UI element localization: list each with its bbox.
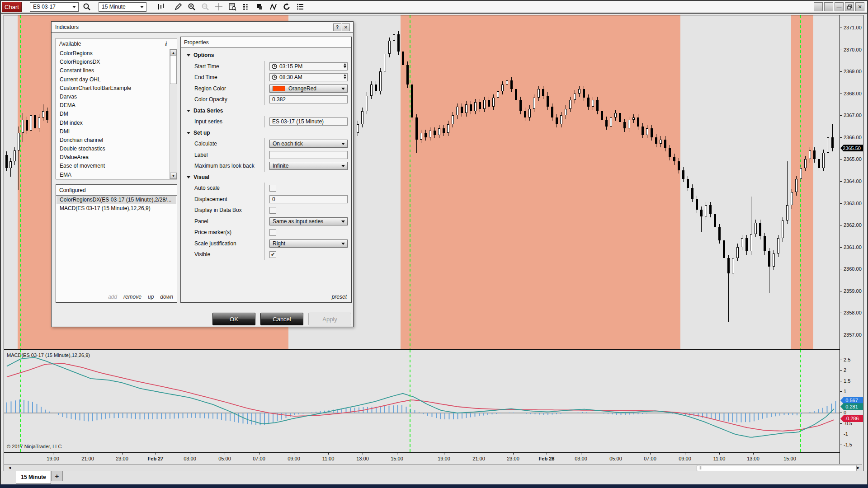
macd-panel[interactable]: MACD(ES 03-17 (15 Minute),12,26,9) © 201…	[4, 349, 840, 453]
visible-checkbox[interactable]: ✔	[269, 251, 276, 258]
preset-link[interactable]: preset	[332, 294, 347, 300]
toolbar-extra-button[interactable]	[814, 2, 823, 11]
layers-icon[interactable]	[254, 2, 265, 12]
display-in-data-box-checkbox[interactable]	[269, 207, 276, 214]
dialog-title[interactable]: Indicators	[52, 22, 353, 33]
section-collapse-icon[interactable]	[187, 110, 190, 112]
macd-histogram-bar	[238, 413, 239, 423]
dropdown-value: Right	[273, 240, 285, 247]
macd-histogram-bar	[97, 413, 98, 420]
time-axis[interactable]: 19:0021:0023:00Feb 2703:0005:0007:0009:0…	[4, 452, 840, 465]
crosshair-icon[interactable]	[213, 2, 224, 12]
available-list-item[interactable]: DM	[57, 110, 170, 118]
region-color-dropdown[interactable]: OrangeRed	[269, 84, 348, 93]
panel-dropdown[interactable]: Same as input series	[269, 217, 348, 225]
available-list[interactable]: ColorRegionsColorRegionsDXConstant lines…	[57, 49, 170, 178]
time-tick	[397, 453, 397, 455]
instrument-select[interactable]: ES 03-17	[30, 2, 79, 12]
zigzag-icon[interactable]	[268, 2, 278, 12]
scroll-up-icon[interactable]: ▲	[170, 49, 177, 56]
time-tick-label: Feb 28	[539, 456, 555, 461]
available-list-item[interactable]: Constant lines	[57, 66, 170, 75]
help-icon[interactable]: ?	[333, 23, 341, 31]
toolbar-extra-button[interactable]	[824, 2, 833, 11]
configured-header: Configured	[56, 185, 177, 196]
available-list-item[interactable]: DMI	[57, 127, 170, 136]
info-icon[interactable]: i	[165, 40, 167, 47]
displacement-input[interactable]: 0	[269, 195, 348, 203]
chart-window-button[interactable]: Chart	[2, 2, 22, 12]
reload-icon[interactable]	[281, 2, 292, 12]
available-list-item[interactable]: Darvas	[57, 93, 170, 101]
available-list-item[interactable]: Double stochastics	[57, 145, 170, 153]
available-list-item[interactable]: DM index	[57, 119, 170, 127]
tab-bar: 15 Minute +	[1, 471, 867, 484]
calculate-dropdown[interactable]: On each tick	[269, 140, 348, 148]
start-time-input[interactable]: 03:15 PM	[269, 62, 348, 70]
grid-icon[interactable]	[241, 2, 251, 12]
maximum-bars-look-back-dropdown[interactable]: Infinite	[269, 162, 348, 170]
close-icon[interactable]: ✕	[342, 23, 350, 31]
auto-scale-checkbox[interactable]	[269, 185, 276, 192]
time-spinner[interactable]	[344, 74, 346, 79]
cancel-button[interactable]: Cancel	[260, 313, 303, 325]
scroll-right-icon[interactable]: ►	[856, 465, 860, 470]
scrollbar-thumb[interactable]	[697, 465, 857, 471]
down-link[interactable]: down	[160, 294, 173, 300]
configured-list-item[interactable]: MACD(ES 03-17 (15 Minute),12,26,9)	[57, 204, 176, 213]
macd-histogram-bar	[75, 413, 76, 420]
add-tab-button[interactable]: +	[51, 471, 63, 481]
minimize-icon[interactable]: —	[835, 2, 844, 11]
ok-button[interactable]: OK	[212, 313, 255, 325]
pencil-icon[interactable]	[173, 2, 184, 12]
available-list-item[interactable]: EMA	[57, 171, 170, 178]
available-scrollbar[interactable]: ▲ ▼	[170, 49, 177, 179]
macd-histogram-bar	[526, 413, 527, 414]
scale-justification-dropdown[interactable]: Right	[269, 239, 348, 248]
scroll-left-icon[interactable]: ◄	[8, 465, 12, 470]
scrollbar-thumb[interactable]	[170, 55, 177, 84]
zoom-in-icon[interactable]	[186, 2, 197, 12]
up-link[interactable]: up	[148, 294, 154, 300]
instrument-search-icon[interactable]	[81, 2, 92, 12]
available-list-item[interactable]: CustomChartToolBarExample	[57, 84, 170, 93]
macd-histogram-bar	[719, 413, 720, 420]
candlestick	[425, 133, 427, 137]
end-time-input[interactable]: 08:30 AM	[269, 73, 348, 81]
section-collapse-icon[interactable]	[187, 176, 190, 178]
available-list-item[interactable]: DValueArea	[57, 153, 170, 162]
time-spinner[interactable]	[344, 63, 346, 68]
available-list-item[interactable]: Current day OHL	[57, 75, 170, 84]
close-icon[interactable]: ✕	[855, 2, 864, 11]
section-collapse-icon[interactable]	[187, 132, 190, 134]
macd-histogram-bar	[144, 413, 145, 419]
restore-icon[interactable]	[845, 2, 854, 11]
window-controls: — ✕	[814, 2, 864, 11]
scroll-down-icon[interactable]: ▼	[170, 173, 177, 179]
horizontal-scrollbar[interactable]: ◄ ►	[4, 464, 862, 471]
window-bottom-edge	[0, 484, 868, 488]
remove-link[interactable]: remove	[123, 294, 142, 300]
label-input[interactable]	[269, 151, 348, 159]
available-list-item[interactable]: DEMA	[57, 101, 170, 110]
time-tick	[479, 453, 479, 455]
macd-value-marker: -0.286	[840, 415, 863, 422]
available-list-item[interactable]: ColorRegionsDX	[57, 58, 170, 66]
available-list-item[interactable]: Donchian channel	[57, 136, 170, 145]
section-collapse-icon[interactable]	[187, 54, 190, 56]
price-axis[interactable]: 2371.002370.002369.002368.002367.002366.…	[840, 15, 863, 464]
available-list-item[interactable]: ColorRegions	[57, 49, 170, 58]
configured-list[interactable]: ColorRegionsDX(ES 03-17 (15 Minute),2/28…	[57, 196, 176, 302]
candlestick	[510, 80, 513, 89]
macd-histogram-bar	[303, 413, 304, 414]
interval-select[interactable]: 15 Minute	[99, 2, 146, 12]
data-box-icon[interactable]	[227, 2, 238, 12]
available-list-item[interactable]: Ease of movement	[57, 162, 170, 170]
tab-15-minute[interactable]: 15 Minute	[16, 471, 51, 484]
color-opacity-input[interactable]: 0.382	[269, 95, 348, 103]
bar-type-icon[interactable]	[156, 2, 166, 12]
configured-list-item[interactable]: ColorRegionsDX(ES 03-17 (15 Minute),2/28…	[57, 196, 176, 204]
price-marker-s-checkbox[interactable]	[269, 229, 276, 236]
list-icon[interactable]	[295, 2, 306, 12]
input-series-input[interactable]: ES 03-17 (15 Minute)	[269, 117, 348, 126]
